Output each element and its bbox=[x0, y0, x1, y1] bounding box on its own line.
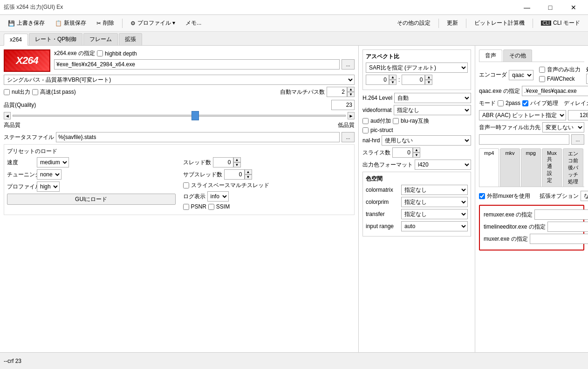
log-select[interactable]: info bbox=[207, 191, 229, 202]
auto-multipass-up[interactable]: ▲ bbox=[347, 87, 355, 92]
sar-mode-select[interactable]: SAR比を指定 (デフォルト) bbox=[366, 63, 468, 73]
ssim-checkbox[interactable] bbox=[208, 204, 214, 210]
x264-exe-path-input[interactable] bbox=[54, 59, 340, 70]
x264-browse-button[interactable]: ... bbox=[342, 59, 355, 70]
preset-load-section: プリセットのロード 速度 medium チューニング none bbox=[4, 144, 355, 215]
status-file-input[interactable] bbox=[56, 132, 340, 142]
tab-mpg[interactable]: mpg bbox=[521, 148, 541, 187]
tab-x264[interactable]: x264 bbox=[4, 34, 28, 46]
slice-input[interactable] bbox=[392, 147, 413, 158]
sar-x-input[interactable] bbox=[366, 75, 389, 85]
subthread-row: サブスレッド数 ▲ ▼ bbox=[183, 169, 352, 180]
null-output-checkbox[interactable] bbox=[4, 89, 10, 95]
highbit-depth-checkbox[interactable] bbox=[97, 50, 103, 56]
profile-button[interactable]: ⚙ プロファイル ▾ bbox=[126, 17, 179, 30]
extend-option-select[interactable]: なし bbox=[581, 191, 588, 201]
tab-frame[interactable]: フレーム bbox=[83, 33, 118, 45]
profile-select[interactable]: high bbox=[37, 181, 60, 192]
speed-select[interactable]: medium bbox=[37, 157, 69, 167]
sar-x-down[interactable]: ▼ bbox=[389, 80, 397, 85]
temp-file-path-input[interactable] bbox=[479, 134, 569, 145]
slice-up[interactable]: ▲ bbox=[413, 147, 420, 153]
encoder-select[interactable]: qaac bbox=[509, 70, 533, 80]
temp-file-browse[interactable]: ... bbox=[571, 134, 584, 145]
cli-mode-button[interactable]: CLI CLI モード bbox=[537, 17, 584, 30]
tuning-select[interactable]: none bbox=[37, 169, 62, 180]
overwrite-save-button[interactable]: 💾 上書き保存 bbox=[4, 17, 49, 30]
psnr-checkbox[interactable] bbox=[183, 204, 189, 210]
auto-multipass-input[interactable] bbox=[327, 87, 347, 97]
muxer-input[interactable] bbox=[530, 234, 588, 244]
pic-struct-checkbox[interactable] bbox=[362, 127, 369, 133]
sar-x-up[interactable]: ▲ bbox=[389, 75, 397, 80]
toolbar-separator bbox=[122, 19, 123, 28]
nal-hrd-select[interactable]: 使用しない bbox=[382, 135, 471, 146]
tab-rate-qp[interactable]: レート・QP制御 bbox=[29, 33, 82, 45]
processing-order-select[interactable]: 後 bbox=[586, 74, 588, 84]
auto-multipass-down[interactable]: ▼ bbox=[347, 92, 355, 97]
aud-checkbox[interactable] bbox=[362, 118, 369, 124]
tab-other[interactable]: その他 bbox=[503, 49, 532, 62]
status-file-browse[interactable]: ... bbox=[342, 132, 355, 142]
external-muxer-checkbox[interactable] bbox=[479, 193, 485, 199]
tab-mp4[interactable]: mp4 bbox=[479, 148, 499, 187]
audio-only-checkbox[interactable] bbox=[539, 67, 545, 73]
quality-left-arrow[interactable]: ◄ bbox=[4, 112, 11, 119]
gear-icon: ⚙ bbox=[130, 20, 136, 27]
slice-multithread-checkbox[interactable] bbox=[183, 182, 189, 188]
temp-file-select[interactable]: 変更しない bbox=[542, 122, 584, 132]
tab-enco-batch[interactable]: エンコ前後バッチ処理 bbox=[563, 148, 583, 187]
maximize-button[interactable]: □ bbox=[540, 0, 561, 15]
new-save-button[interactable]: 📋 新規保存 bbox=[51, 17, 90, 30]
faw-check-checkbox[interactable] bbox=[539, 76, 545, 82]
close-button[interactable]: ✕ bbox=[563, 0, 584, 15]
quality-value-input[interactable] bbox=[331, 100, 355, 110]
nal-hrd-row: nal-hrd 使用しない bbox=[362, 135, 471, 146]
thread-up[interactable]: ▲ bbox=[233, 157, 241, 162]
remuxer-input[interactable] bbox=[534, 209, 588, 220]
memo-button[interactable]: メモ... bbox=[181, 17, 205, 30]
quality-slider[interactable] bbox=[13, 115, 345, 117]
output-color-select[interactable]: i420 bbox=[415, 160, 471, 170]
thread-input[interactable] bbox=[213, 157, 233, 167]
subthread-down[interactable]: ▼ bbox=[245, 174, 252, 180]
other-settings-button[interactable]: その他の設定 bbox=[393, 17, 435, 30]
input-range-select[interactable]: auto bbox=[401, 221, 468, 231]
abr-mode-select[interactable]: ABR (AAC) ビットレート指定 bbox=[479, 110, 566, 120]
gui-load-button[interactable]: GUIにロード bbox=[7, 194, 176, 205]
sar-y-up[interactable]: ▲ bbox=[425, 75, 432, 80]
tab-extend[interactable]: 拡張 bbox=[119, 33, 142, 45]
save-icon: 💾 bbox=[8, 20, 15, 27]
tab-mux-common[interactable]: Mux共通設定 bbox=[542, 148, 562, 187]
sar-y-down[interactable]: ▼ bbox=[425, 80, 432, 85]
subthread-spinner: ▲ ▼ bbox=[224, 169, 252, 180]
timelineeditor-label: timelineeditor.exe の指定 bbox=[484, 223, 546, 231]
sar-y-input[interactable] bbox=[402, 75, 425, 85]
colormatrix-select[interactable]: 指定なし bbox=[401, 185, 468, 195]
qaac-exe-input[interactable] bbox=[522, 86, 588, 96]
encode-mode-select[interactable]: シングルパス - 品質基準VBR(可変レート) bbox=[4, 75, 355, 85]
tab-audio[interactable]: 音声 bbox=[479, 49, 502, 62]
bitrate-input[interactable] bbox=[568, 110, 588, 120]
quality-right-arrow[interactable]: ► bbox=[348, 112, 355, 119]
thread-down[interactable]: ▼ bbox=[233, 162, 241, 167]
bitrate-calc-button[interactable]: ビットレート計算機 bbox=[470, 17, 529, 30]
fast-1st-checkbox[interactable] bbox=[32, 89, 38, 95]
mode-2pass-checkbox[interactable] bbox=[498, 100, 504, 106]
colorprim-select[interactable]: 指定なし bbox=[401, 197, 468, 207]
update-button[interactable]: 更新 bbox=[443, 17, 462, 30]
bluray-checkbox[interactable] bbox=[393, 118, 399, 124]
h264-level-select[interactable]: 自動 bbox=[394, 93, 471, 103]
videoformat-select[interactable]: 指定なし bbox=[394, 105, 471, 115]
subthread-label: サブスレッド数 bbox=[183, 171, 222, 179]
tab-mkv[interactable]: mkv bbox=[500, 148, 520, 187]
timelineeditor-input[interactable] bbox=[547, 222, 588, 232]
transfer-select[interactable]: 指定なし bbox=[401, 209, 468, 219]
abr-mode-row: ABR (AAC) ビットレート指定 ▲ ▼ kbps bbox=[479, 110, 584, 120]
delete-button[interactable]: ✂ 削除 bbox=[92, 17, 118, 30]
subthread-up[interactable]: ▲ bbox=[245, 169, 252, 174]
pipe-processing-checkbox[interactable] bbox=[522, 100, 528, 106]
minimize-button[interactable]: — bbox=[516, 0, 538, 15]
subthread-input[interactable] bbox=[224, 169, 245, 180]
slice-down[interactable]: ▼ bbox=[413, 153, 420, 158]
